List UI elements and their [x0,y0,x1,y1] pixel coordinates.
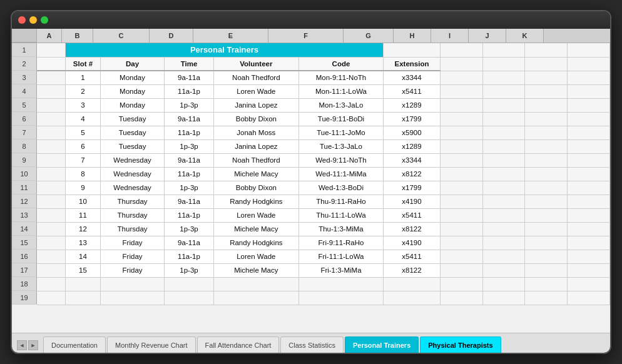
cell-6I [482,112,525,126]
cell-10C: Wednesday [101,167,165,181]
cell-8G: x1289 [384,139,440,153]
tab-personal-trainers[interactable]: Personal Trainers [345,336,419,353]
table-row-19 [37,291,610,305]
close-dot[interactable] [18,16,26,24]
cell-9B: 7 [65,153,101,167]
cell-6A [37,112,65,126]
row-header-6: 6 [12,112,37,126]
col-header-F: F [268,29,344,43]
cell-16J [525,250,568,263]
table-row-13: 11Thursday11a-1pLoren WadeThu-11:1-LoWax… [37,208,610,222]
cell-6E: Bobby Dixon [214,112,299,126]
cell-19K [568,291,610,305]
cell-8C: Tuesday [101,139,165,153]
cell-10I [482,167,525,181]
cell-8K [568,139,610,153]
cell-8H [440,139,482,153]
cell-13B: 11 [65,208,101,222]
tab-class-statistics[interactable]: Class Statistics [280,336,344,353]
nav-left-arrow[interactable]: ◀ [17,340,27,350]
cell-15K [568,236,610,250]
cell-5K [568,98,610,112]
cell-13G: x5411 [384,208,440,222]
cell-3D: 9a-11a [164,71,213,84]
cell-12I [482,195,525,208]
cell-3G: x3344 [384,71,440,84]
cell-9H [440,153,482,167]
cell-2F: Code [298,57,384,71]
cell-13K [568,208,610,222]
spreadsheet-window: A B C D E F G H I J K 1 2 3 4 5 6 7 8 [11,10,611,354]
cell-17C: Friday [101,263,165,277]
cell-11J [525,181,568,195]
cell-13C: Thursday [101,208,165,222]
cell-6D: 9a-11a [164,112,213,126]
cell-14F: Thu-1:3-MiMa [298,222,384,236]
cell-11A [37,181,65,195]
table-row-5: 3Monday1p-3pJanina LopezMon-1:3-JaLox128… [37,98,610,112]
cell-11B: 9 [65,181,101,195]
cell-14D: 1p-3p [164,222,213,236]
table-row-10: 8Wednesday11a-1pMichele MacyWed-11:1-MiM… [37,167,610,181]
cell-3E: Noah Thedford [214,71,299,84]
row-header-8: 8 [12,139,37,153]
cell-19B [65,291,101,305]
cell-19F [298,291,384,305]
cell-8J [525,139,568,153]
cell-17D: 1p-3p [164,263,213,277]
cell-3C: Monday [101,71,165,84]
table-row-1: Personal Trainers [37,43,610,57]
cell-7G: x5900 [384,126,440,139]
cell-13F: Thu-11:1-LoWa [298,208,384,222]
cell-8E: Janina Lopez [214,139,299,153]
col-header-K: K [506,29,544,43]
cell-18F [298,277,384,291]
cell-13D: 11a-1p [164,208,213,222]
cell-2I [482,57,525,71]
cell-6K [568,112,610,126]
cell-6F: Tue-9:11-BoDi [298,112,384,126]
cell-5G: x1289 [384,98,440,112]
cell-4K [568,84,610,98]
cell-5H [440,98,482,112]
maximize-dot[interactable] [41,16,48,24]
cell-9A [37,153,65,167]
tab-fall-attendance[interactable]: Fall Attendance Chart [197,336,280,353]
cell-4G: x5411 [384,84,440,98]
cell-15F: Fri-9:11-RaHo [298,236,384,250]
cell-12K [568,195,610,208]
tab-physical-therapists[interactable]: Physical Therapists [420,336,501,353]
cell-8A [37,139,65,153]
cell-15B: 13 [65,236,101,250]
title-bar [12,11,610,29]
cell-17J [525,263,568,277]
cell-12B: 10 [65,195,101,208]
cell-1G [384,43,440,57]
row-header-7: 7 [12,126,37,139]
cell-4F: Mon-11:1-LoWa [298,84,384,98]
tab-documentation[interactable]: Documentation [43,336,106,353]
cell-16E: Loren Wade [214,250,299,263]
cell-18A [37,277,65,291]
cell-2E: Volunteer [214,57,299,71]
col-header-G: G [344,29,394,43]
cell-7J [525,126,568,139]
cell-3K [568,71,610,84]
nav-arrows: ◀ ▶ [17,340,38,353]
cell-11C: Wednesday [101,181,165,195]
cell-9E: Noah Thedford [214,153,299,167]
cell-5I [482,98,525,112]
cell-4E: Loren Wade [214,84,299,98]
sheet-title-cell: Personal Trainers [65,43,384,57]
cell-14A [37,222,65,236]
nav-right-arrow[interactable]: ▶ [28,340,38,350]
cell-9C: Wednesday [101,153,165,167]
table-row-18 [37,277,610,291]
cell-2G: Extension [384,57,440,71]
cell-18I [482,277,525,291]
minimize-dot[interactable] [29,16,37,24]
tab-monthly-revenue[interactable]: Monthly Revenue Chart [107,336,196,353]
cell-19A [37,291,65,305]
cell-2H [440,57,482,71]
cell-2B: Slot # [65,57,101,71]
